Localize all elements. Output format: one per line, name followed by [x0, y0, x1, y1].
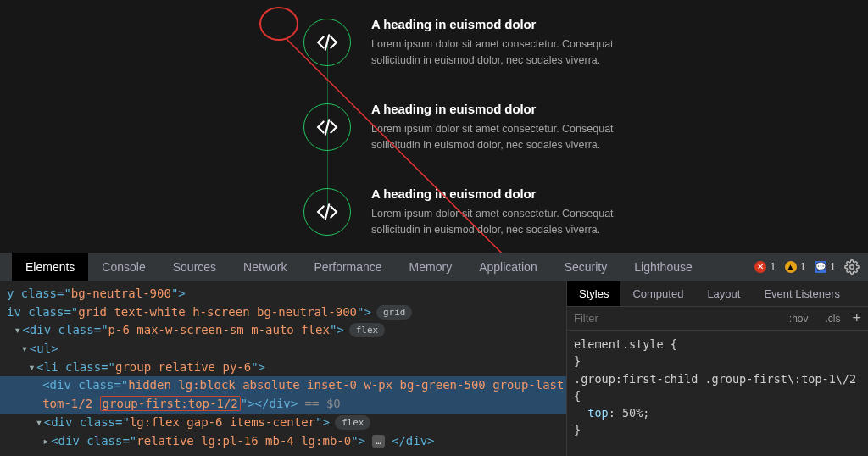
svg-line-1 — [326, 120, 329, 134]
code-icon — [316, 116, 338, 138]
svg-line-2 — [326, 204, 329, 219]
code-icon-circle — [303, 103, 351, 151]
status-badges: ✕1 ▲1 💬1 — [754, 259, 868, 275]
tab-memory[interactable]: Memory — [396, 253, 466, 281]
dom-line[interactable]: ▾<div class="p-6 max-w-screen-sm m-auto … — [0, 321, 566, 340]
tab-sources[interactable]: Sources — [159, 253, 230, 281]
hov-toggle[interactable]: :hov — [784, 311, 814, 326]
dom-line[interactable]: ▾<li class="group relative py-6"> — [0, 359, 566, 377]
tab-console[interactable]: Console — [88, 253, 159, 281]
new-style-rule-button[interactable]: + — [852, 309, 861, 327]
css-value[interactable]: 50%; — [622, 406, 650, 420]
annotation-circle — [259, 7, 298, 41]
css-property[interactable]: top — [587, 406, 608, 420]
css-selector: .group:first-child .group-first\:top-1\/… — [574, 372, 856, 386]
dom-line[interactable]: iv class="grid text-white h-screen bg-ne… — [0, 303, 566, 322]
devtools-tabs: Elements Console Sources Network Perform… — [0, 253, 868, 281]
css-selector: element.style { — [574, 337, 677, 351]
styles-filter-bar: :hov .cls + — [567, 307, 868, 331]
tab-elements[interactable]: Elements — [12, 253, 88, 281]
styles-tab-layout[interactable]: Layout — [695, 281, 752, 306]
item-text: A heading in euismod dolor Lorem ipsum d… — [371, 186, 651, 236]
layout-pill: flex — [349, 323, 386, 337]
error-count: 1 — [770, 260, 776, 273]
tab-lighthouse[interactable]: Lighthouse — [620, 253, 706, 281]
feature-list: A heading in euismod dolor Lorem ipsum d… — [303, 0, 651, 254]
warning-count: 1 — [800, 260, 806, 273]
code-icon — [316, 31, 338, 53]
item-body: Lorem ipsum dolor sit amet consectetur. … — [371, 36, 651, 67]
devtools-panel: Elements Console Sources Network Perform… — [0, 253, 868, 456]
item-heading: A heading in euismod dolor — [371, 17, 651, 31]
code-icon — [316, 201, 338, 223]
styles-tab-styles[interactable]: Styles — [567, 281, 620, 306]
tab-application[interactable]: Application — [465, 253, 551, 281]
dom-line[interactable]: ▸<div class="relative lg:pl-16 mb-4 lg:m… — [0, 432, 566, 451]
dom-line[interactable]: ▾<div class="lg:flex gap-6 items-center"… — [0, 414, 566, 432]
item-heading: A heading in euismod dolor — [371, 102, 651, 116]
svg-line-0 — [326, 35, 329, 49]
ellipsis-icon[interactable]: … — [372, 435, 384, 448]
gear-icon[interactable] — [844, 259, 860, 275]
styles-tabs: Styles Computed Layout Event Listeners — [567, 281, 868, 307]
styles-sidebar: Styles Computed Layout Event Listeners :… — [566, 281, 868, 456]
rendered-page: A heading in euismod dolor Lorem ipsum d… — [0, 0, 868, 253]
list-item: A heading in euismod dolor Lorem ipsum d… — [303, 0, 651, 85]
css-brace: } — [574, 423, 581, 437]
list-item: A heading in euismod dolor Lorem ipsum d… — [303, 85, 651, 170]
layout-pill: grid — [376, 305, 413, 320]
item-body: Lorem ipsum dolor sit amet consectetur. … — [371, 206, 651, 236]
item-body: Lorem ipsum dolor sit amet consectetur. … — [371, 121, 651, 152]
layout-pill: flex — [335, 415, 371, 430]
css-brace: } — [574, 354, 581, 368]
dom-tree[interactable]: y class="bg-neutral-900"> iv class="grid… — [0, 281, 566, 456]
item-text: A heading in euismod dolor Lorem ipsum d… — [371, 102, 651, 152]
tab-network[interactable]: Network — [230, 253, 300, 281]
styles-tab-computed[interactable]: Computed — [620, 281, 695, 306]
code-icon-circle — [303, 188, 351, 236]
error-badge[interactable]: ✕1 — [754, 260, 776, 273]
dom-line-selected[interactable]: tom-1/2 group-first:top-1/2"></div> == $… — [0, 395, 566, 414]
warning-badge[interactable]: ▲1 — [785, 260, 806, 273]
item-heading: A heading in euismod dolor — [371, 186, 651, 201]
message-badge[interactable]: 💬1 — [815, 260, 836, 273]
cls-toggle[interactable]: .cls — [820, 311, 845, 326]
dom-line[interactable]: ▾<ul> — [0, 340, 566, 359]
highlighted-class: group-first:top-1/2 — [100, 396, 241, 411]
item-text: A heading in euismod dolor Lorem ipsum d… — [371, 17, 651, 67]
dom-line-selected[interactable]: <div class="hidden lg:block absolute ins… — [0, 376, 566, 395]
svg-point-4 — [850, 264, 854, 269]
list-item: A heading in euismod dolor Lorem ipsum d… — [303, 170, 651, 254]
styles-rules[interactable]: element.style { } .group:first-child .gr… — [567, 331, 868, 444]
css-brace: { — [574, 389, 581, 403]
tab-security[interactable]: Security — [551, 253, 621, 281]
styles-filter-input[interactable] — [574, 312, 777, 325]
code-icon-circle — [303, 19, 351, 66]
message-count: 1 — [830, 260, 836, 273]
selected-indicator: == $0 — [298, 397, 341, 410]
styles-tab-event-listeners[interactable]: Event Listeners — [752, 281, 852, 306]
elements-pane: y class="bg-neutral-900"> iv class="grid… — [0, 281, 868, 456]
tab-performance[interactable]: Performance — [300, 253, 395, 281]
dom-line[interactable]: y class="bg-neutral-900"> — [0, 285, 566, 303]
